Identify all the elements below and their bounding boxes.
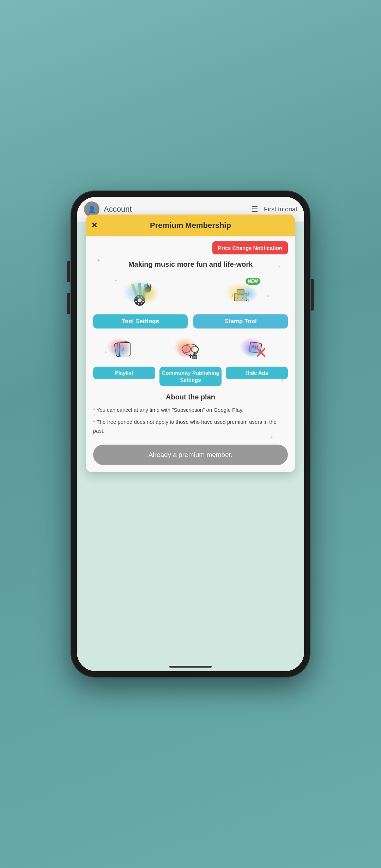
blob-decoration bbox=[237, 285, 258, 303]
community-publishing-icon-area bbox=[175, 336, 206, 364]
stamp-tool-button[interactable]: Stamp Tool bbox=[193, 314, 288, 328]
feature-card-tool-settings: Tool Settings bbox=[93, 276, 188, 328]
stamp-tool-icon-area: NEW ♪ ♩ bbox=[219, 276, 262, 312]
modal-header: ✕ Premium Membership bbox=[86, 215, 295, 236]
tagline: Making music more fun and life-work bbox=[93, 259, 288, 269]
features-grid: Tool Settings NEW bbox=[93, 276, 288, 328]
tool-settings-icon-area bbox=[119, 276, 162, 312]
about-text-line1: * You can cancel at any time with "Subsc… bbox=[93, 405, 288, 415]
app-background: 👤 Account ☰ First tutorial Profile Setti… bbox=[77, 197, 304, 671]
feature-card-stamp-tool: NEW ♪ ♩ bbox=[193, 276, 288, 328]
modal-overlay: ✕ Premium Membership ✦ ✦ ✦ ✦ ✦ ✦ ✦ ✦ bbox=[77, 197, 304, 671]
close-button[interactable]: ✕ bbox=[91, 221, 97, 230]
about-section: About the plan * You can cancel at any t… bbox=[93, 393, 288, 435]
phone-frame: 👤 Account ☰ First tutorial Profile Setti… bbox=[71, 191, 310, 677]
hide-ads-icon-area: AD bbox=[241, 336, 273, 364]
star-decoration: ✦ bbox=[269, 434, 274, 441]
modal-title: Premium Membership bbox=[93, 221, 288, 230]
blob-decoration bbox=[135, 283, 160, 305]
volume-up-button bbox=[67, 261, 70, 282]
star-decoration: ✦ bbox=[278, 265, 281, 269]
star-decoration: ✦ bbox=[128, 455, 131, 459]
power-button bbox=[311, 279, 314, 311]
feature-card-hide-ads: AD Hide Ads bbox=[226, 336, 288, 386]
already-member-button[interactable]: Already a premium member. bbox=[93, 445, 288, 465]
playlist-icon-area: ♪ bbox=[108, 336, 140, 364]
hide-ads-button[interactable]: Hide Ads bbox=[226, 367, 288, 379]
blob-decoration bbox=[110, 343, 129, 358]
volume-down-button bbox=[67, 293, 70, 314]
price-change-notification-button[interactable]: Price Change Notification bbox=[212, 241, 288, 254]
star-decoration: ✦ bbox=[281, 378, 284, 382]
star-decoration: ✦ bbox=[114, 279, 117, 283]
feature-card-playlist: ♪ Playlist bbox=[93, 336, 155, 386]
community-publishing-button[interactable]: Community Publishing Settings bbox=[159, 367, 222, 386]
about-title: About the plan bbox=[93, 393, 288, 401]
modal-body: ✦ ✦ ✦ ✦ ✦ ✦ ✦ ✦ ✦ Price Change Notificat… bbox=[86, 236, 295, 472]
star-decoration: ✦ bbox=[93, 413, 96, 417]
playlist-button[interactable]: Playlist bbox=[93, 367, 155, 379]
premium-modal: ✕ Premium Membership ✦ ✦ ✦ ✦ ✦ ✦ ✦ ✦ bbox=[86, 215, 295, 472]
tool-settings-button[interactable]: Tool Settings bbox=[93, 314, 188, 328]
new-badge: NEW bbox=[246, 278, 260, 285]
about-text-line2: * The free period does not apply to thos… bbox=[93, 417, 288, 435]
blob-decoration bbox=[176, 343, 196, 358]
blob-decoration bbox=[243, 343, 262, 358]
star-decoration: ✦ bbox=[97, 258, 101, 263]
star-decoration: ✦ bbox=[266, 293, 270, 300]
phone-screen: 👤 Account ☰ First tutorial Profile Setti… bbox=[77, 197, 304, 671]
feature-card-community-publishing: Community Publishing Settings bbox=[159, 336, 222, 386]
features-row-3: ♪ Playlist bbox=[93, 336, 288, 386]
